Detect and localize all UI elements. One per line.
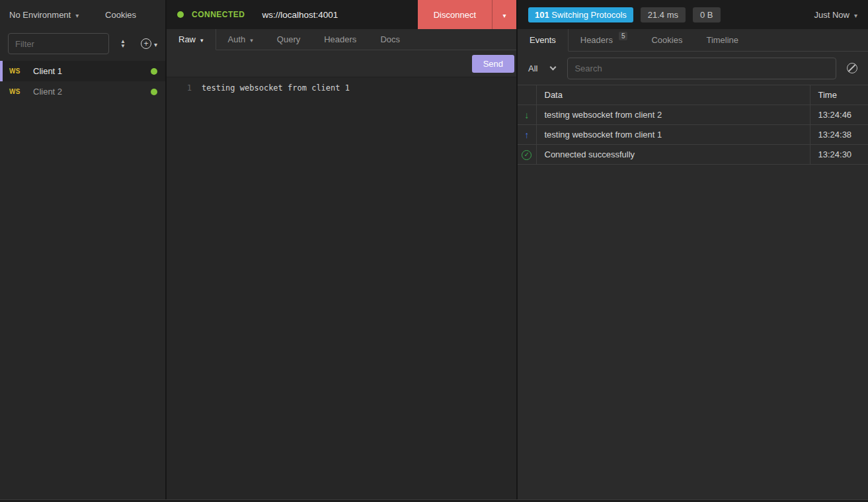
status-text: Switching Protocols xyxy=(551,10,626,20)
status-code: 101 xyxy=(535,10,549,20)
cookies-button[interactable]: Cookies xyxy=(105,10,136,20)
event-data: testing websocket from client 2 xyxy=(536,105,810,125)
clear-events-icon[interactable] xyxy=(847,63,857,73)
chevron-down-icon xyxy=(75,10,79,20)
chevron-down-icon xyxy=(154,39,157,49)
chevron-down-icon xyxy=(854,10,857,20)
message-editor[interactable]: 1 testing websocket from client 1 xyxy=(167,77,516,499)
tab-label: Cookies xyxy=(651,35,682,45)
request-tabs: Raw Auth Query Headers Docs xyxy=(167,29,516,50)
request-panel: CONNECTED ws://localhost:4001 Disconnect… xyxy=(167,0,518,499)
event-time: 13:24:46 xyxy=(810,105,868,125)
websocket-url[interactable]: ws://localhost:4001 xyxy=(262,10,338,20)
tab-label: Timeline xyxy=(706,35,738,45)
environment-selector[interactable]: No Environment xyxy=(9,10,79,20)
chevron-down-icon xyxy=(502,10,506,20)
tab-response-cookies[interactable]: Cookies xyxy=(639,29,694,52)
headers-count-badge: 5 xyxy=(619,32,628,40)
window-bottom-edge xyxy=(0,499,868,502)
event-row[interactable]: testing websocket from client 1 13:24:38 xyxy=(518,125,868,145)
connected-status-dot xyxy=(177,11,184,18)
tab-timeline[interactable]: Timeline xyxy=(694,29,750,52)
line-number: 1 xyxy=(167,82,192,94)
disconnect-options-caret[interactable] xyxy=(492,0,516,29)
icon-column-header xyxy=(518,85,536,105)
tab-label: Auth xyxy=(228,34,246,44)
tab-headers[interactable]: Headers xyxy=(312,29,368,50)
tab-label: Query xyxy=(277,34,300,44)
tab-raw[interactable]: Raw xyxy=(167,29,216,50)
connected-status-dot xyxy=(151,89,157,95)
chevron-down-icon xyxy=(550,63,557,70)
tab-query[interactable]: Query xyxy=(265,29,312,50)
tab-response-headers[interactable]: Headers5 xyxy=(569,29,640,52)
add-request-button[interactable]: + xyxy=(141,38,157,49)
tab-label: Docs xyxy=(380,34,400,44)
message-toolbar: Send xyxy=(167,50,516,77)
events-table: Data Time testing websocket from client … xyxy=(518,85,868,165)
event-type-value: All xyxy=(528,63,537,73)
events-header-row: Data Time xyxy=(518,85,868,105)
event-row[interactable]: ✓ Connected successfully 13:24:30 xyxy=(518,145,868,165)
tabrow-filler xyxy=(750,29,868,52)
send-button[interactable]: Send xyxy=(472,55,514,73)
connected-status-dot xyxy=(151,68,157,75)
tabrow-filler xyxy=(412,29,516,50)
chevron-down-icon xyxy=(250,34,253,44)
response-status-bar: 101 Switching Protocols 21.4 ms 0 B Just… xyxy=(518,0,868,29)
plus-circle-icon: + xyxy=(141,38,151,49)
response-panel: 101 Switching Protocols 21.4 ms 0 B Just… xyxy=(518,0,868,499)
event-data: testing websocket from client 1 xyxy=(536,125,810,145)
connected-check-icon: ✓ xyxy=(522,150,532,160)
message-body-text: testing websocket from client 1 xyxy=(202,82,350,94)
tab-label: Raw xyxy=(178,34,196,44)
event-time: 13:24:30 xyxy=(810,145,868,165)
data-column-header: Data xyxy=(536,85,810,105)
request-list: WS Client 1 WS Client 2 xyxy=(0,61,165,102)
event-data: Connected successfully xyxy=(536,145,810,165)
event-filter-row: All xyxy=(518,52,868,85)
response-history-dropdown[interactable]: Just Now xyxy=(814,10,858,20)
time-column-header: Time xyxy=(810,85,868,105)
environment-bar: No Environment Cookies xyxy=(0,0,165,29)
event-type-select[interactable]: All xyxy=(528,63,558,73)
event-row[interactable]: testing websocket from client 2 13:24:46 xyxy=(518,105,868,125)
tab-auth[interactable]: Auth xyxy=(216,29,265,50)
outgoing-message-icon xyxy=(524,130,529,140)
tab-label: Headers xyxy=(324,34,356,44)
filter-input[interactable] xyxy=(8,33,109,54)
disconnect-button[interactable]: Disconnect xyxy=(418,0,516,29)
chevron-down-icon xyxy=(200,34,204,44)
size-badge: 0 B xyxy=(693,7,721,22)
duration-badge: 21.4 ms xyxy=(641,7,686,22)
tab-docs[interactable]: Docs xyxy=(368,29,412,50)
request-name: Client 2 xyxy=(33,87,62,97)
request-name: Client 1 xyxy=(33,66,62,76)
sidebar-filter-row: ▲▼ + xyxy=(0,29,165,58)
sidebar-item-client-2[interactable]: WS Client 2 xyxy=(0,81,165,102)
incoming-message-icon xyxy=(524,110,529,120)
recency-label: Just Now xyxy=(814,10,849,20)
ws-method-badge: WS xyxy=(9,88,24,95)
ws-method-badge: WS xyxy=(9,67,24,75)
disconnect-label: Disconnect xyxy=(418,0,492,29)
tab-label: Headers xyxy=(580,35,613,45)
event-time: 13:24:38 xyxy=(810,125,868,145)
status-code-badge: 101 Switching Protocols xyxy=(528,7,633,22)
app-window: No Environment Cookies ▲▼ + WS Client 1 … xyxy=(0,0,868,499)
connection-bar: CONNECTED ws://localhost:4001 Disconnect xyxy=(167,0,516,29)
tab-events[interactable]: Events xyxy=(518,29,569,52)
event-search-input[interactable] xyxy=(567,58,836,79)
connection-status-label: CONNECTED xyxy=(192,10,245,19)
response-tabs: Events Headers5 Cookies Timeline xyxy=(518,29,868,52)
sidebar-item-client-1[interactable]: WS Client 1 xyxy=(0,61,165,81)
sidebar: No Environment Cookies ▲▼ + WS Client 1 … xyxy=(0,0,167,499)
editor-line: 1 testing websocket from client 1 xyxy=(167,82,516,94)
environment-label: No Environment xyxy=(9,10,71,20)
tab-label: Events xyxy=(530,35,556,45)
sort-icon[interactable]: ▲▼ xyxy=(116,39,130,48)
